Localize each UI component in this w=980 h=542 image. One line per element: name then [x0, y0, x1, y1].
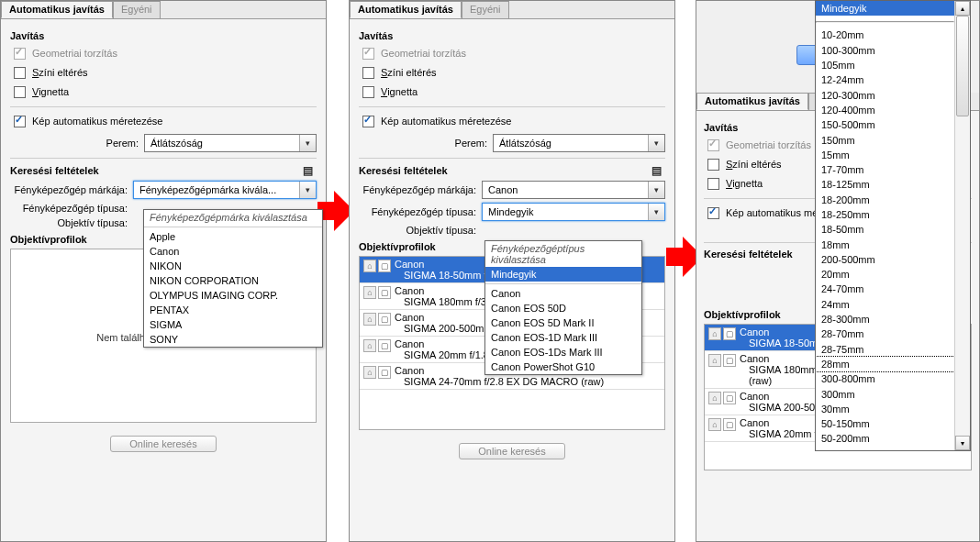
dropdown-option[interactable]: 18mm	[816, 237, 954, 251]
dropdown-option[interactable]: Apple	[144, 229, 322, 244]
dropdown-option[interactable]: 300mm	[816, 386, 954, 401]
lbl-chromatic: Színi eltérés	[726, 159, 782, 171]
chk-vignette[interactable]	[14, 86, 26, 98]
chk-vignette[interactable]	[362, 86, 374, 98]
dropdown-option[interactable]: 200-500mm	[816, 252, 954, 267]
select-camera-type[interactable]: Mindegyik ▾	[482, 203, 665, 221]
chevron-down-icon: ▾	[299, 182, 316, 198]
dropdown-prompt: Fényképezőgéptípus kiválasztása	[485, 241, 641, 267]
image-icon: ▢	[723, 327, 736, 340]
dropdown-option[interactable]: Mindegyik	[485, 267, 641, 282]
lbl-border: Perem:	[359, 138, 487, 149]
dropdown-option[interactable]: 10-20mm	[816, 28, 954, 42]
dropdown-option[interactable]: 150-500mm	[816, 117, 954, 132]
dropdown-prompt: Fényképezőgépmárka kiválasztása	[144, 210, 322, 225]
home-icon: ⌂	[363, 339, 376, 352]
chk-autoresize[interactable]	[707, 207, 719, 219]
image-icon: ▢	[378, 286, 391, 299]
dropdown-option[interactable]: 100-300mm	[816, 43, 954, 58]
dropdown-option[interactable]: Mindegyik	[816, 1, 954, 16]
dropdown-option[interactable]: Canon PowerShot G10	[485, 359, 641, 374]
lbl-vignette: Vignetta	[32, 86, 69, 98]
select-border[interactable]: Átlátszóság ▾	[493, 134, 665, 152]
dropdown-option[interactable]: 50-200mm	[816, 431, 954, 446]
dropdown-option[interactable]: OLYMPUS IMAGING CORP.	[144, 288, 322, 303]
home-icon: ⌂	[363, 260, 376, 272]
lbl-chromatic: Színi eltérés	[381, 67, 437, 79]
select-camera-make[interactable]: Fényképezőgépmárka kivála... ▾	[133, 181, 317, 199]
scroll-track[interactable]	[955, 16, 970, 436]
lbl-camera-make: Fényképezőgép márkája:	[359, 184, 476, 195]
home-icon: ⌂	[708, 392, 721, 404]
dropdown-option[interactable]: 18-50mm	[816, 222, 954, 237]
tab-custom[interactable]: Egyéni	[113, 1, 161, 18]
dropdown-option[interactable]: SONY	[144, 332, 322, 347]
dropdown-option[interactable]: 120-400mm	[816, 103, 954, 117]
dropdown-option[interactable]: 18-125mm	[816, 177, 954, 192]
btn-online-search[interactable]: Online keresés	[459, 443, 564, 459]
dropdown-option[interactable]: PENTAX	[144, 303, 322, 317]
dropdown-option[interactable]: 24mm	[816, 297, 954, 312]
dropdown-option[interactable]: Canon EOS 5D Mark II	[485, 315, 641, 330]
dropdown-option[interactable]: Canon EOS-1D Mark III	[485, 330, 641, 345]
dropdown-lens-type[interactable]: Mindegyik10-20mm100-300mm105mm12-24mm120…	[815, 0, 971, 451]
chk-chromatic[interactable]	[362, 67, 374, 79]
dropdown-option[interactable]: 28-75mm	[816, 342, 954, 357]
tab-custom[interactable]: Egyéni	[462, 1, 509, 18]
tab-auto[interactable]: Automatikus javítás	[350, 1, 462, 18]
dropdown-option[interactable]: 28mm	[816, 357, 954, 371]
dropdown-option[interactable]: 28-300mm	[816, 312, 954, 326]
hamburger-icon[interactable]: ▤	[648, 164, 665, 177]
dropdown-option[interactable]: Canon	[144, 244, 322, 259]
chk-geometric[interactable]	[14, 48, 26, 60]
dropdown-option[interactable]: 150mm	[816, 132, 954, 147]
hamburger-icon[interactable]: ▤	[299, 164, 317, 177]
dropdown-camera-type[interactable]: Fényképezőgéptípus kiválasztása Mindegyi…	[484, 240, 642, 375]
dropdown-option[interactable]: 12-24mm	[816, 72, 954, 87]
dropdown-option[interactable]: 17-70mm	[816, 162, 954, 177]
dropdown-option[interactable]: NIKON CORPORATION	[144, 273, 322, 288]
tabs: Automatikus javítás Egyéni	[350, 1, 674, 19]
dropdown-option[interactable]: 300-800mm	[816, 371, 954, 386]
dropdown-option[interactable]: 18-200mm	[816, 193, 954, 207]
chk-geometric[interactable]	[362, 48, 374, 60]
dropdown-option[interactable]: SIGMA	[144, 317, 322, 332]
dropdown-option[interactable]: 50-150mm	[816, 416, 954, 431]
chk-chromatic[interactable]	[14, 67, 26, 79]
dropdown-option[interactable]: Canon EOS-1Ds Mark III	[485, 345, 641, 359]
chk-chromatic[interactable]	[707, 159, 719, 171]
scroll-down-icon[interactable]: ▾	[955, 436, 970, 450]
home-icon: ⌂	[708, 327, 721, 340]
scroll-up-icon[interactable]: ▴	[955, 1, 970, 16]
lbl-vignette: Vignetta	[381, 86, 418, 98]
dropdown-option[interactable]: 18-250mm	[816, 207, 954, 222]
chk-geometric[interactable]	[707, 139, 719, 151]
dropdown-option[interactable]: NIKON	[144, 259, 322, 273]
dropdown-option[interactable]: 105mm	[816, 58, 954, 72]
image-icon: ▢	[723, 418, 736, 431]
chk-autoresize[interactable]	[14, 116, 26, 127]
dropdown-option[interactable]: 24-70mm	[816, 282, 954, 296]
scrollbar[interactable]: ▴ ▾	[954, 1, 970, 450]
scroll-thumb[interactable]	[956, 16, 969, 116]
tab-auto[interactable]: Automatikus javítás	[696, 93, 808, 110]
select-border[interactable]: Átlátszóság ▾	[144, 134, 317, 152]
dropdown-option[interactable]: Canon	[485, 286, 641, 301]
dropdown-option[interactable]: Canon EOS 50D	[485, 301, 641, 315]
select-camera-make[interactable]: Canon ▾	[482, 181, 665, 199]
section-correction: Javítás	[359, 30, 665, 41]
btn-online-search[interactable]: Online keresés	[110, 436, 216, 452]
dropdown-option[interactable]: 20mm	[816, 267, 954, 282]
dropdown-option[interactable]: 120-300mm	[816, 87, 954, 102]
dropdown-camera-make[interactable]: Fényképezőgépmárka kiválasztása AppleCan…	[143, 209, 323, 348]
dropdown-option[interactable]: 28-70mm	[816, 326, 954, 341]
image-icon: ▢	[378, 260, 391, 272]
dropdown-option[interactable]: 30mm	[816, 402, 954, 416]
tab-auto[interactable]: Automatikus javítás	[1, 1, 113, 18]
lbl-border: Perem:	[10, 138, 139, 149]
lbl-vignette: Vignetta	[726, 178, 763, 190]
chk-vignette[interactable]	[707, 178, 719, 190]
chk-autoresize[interactable]	[362, 116, 374, 127]
dropdown-option[interactable]: 15mm	[816, 148, 954, 162]
chevron-down-icon: ▾	[648, 182, 664, 198]
